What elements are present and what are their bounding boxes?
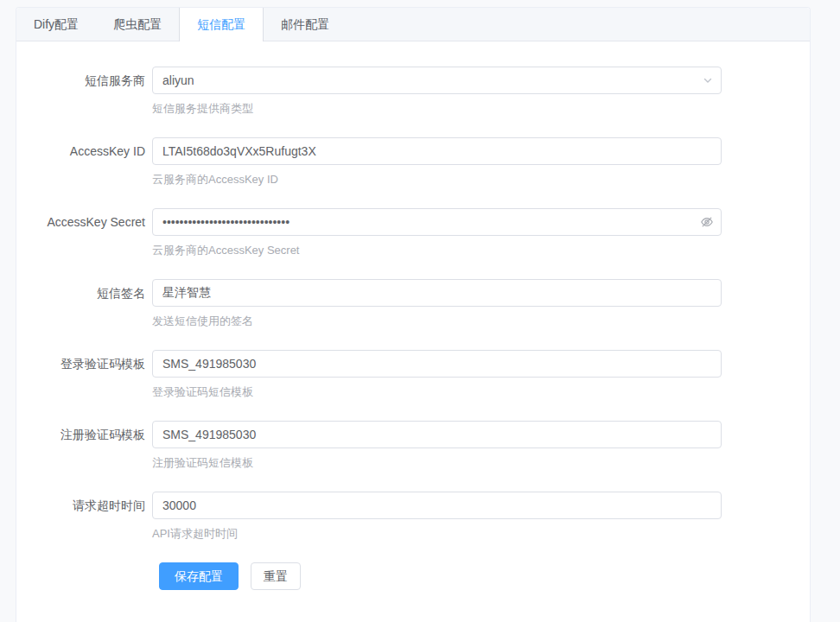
accesskey-secret-helper: 云服务商的AccessKey Secret <box>152 243 722 257</box>
sms-signature-wrap <box>152 279 722 307</box>
sms-settings-card: Dify配置 爬虫配置 短信配置 邮件配置 短信服务商 短信服务提供商类型 <box>16 7 811 622</box>
tab-sms-config[interactable]: 短信配置 <box>179 8 264 41</box>
field-sms-signature: 短信签名 发送短信使用的签名 <box>16 279 810 328</box>
chevron-down-icon[interactable] <box>702 74 714 86</box>
request-timeout-helper: API请求超时时间 <box>152 526 722 541</box>
sms-signature-label: 短信签名 <box>16 279 152 328</box>
field-accesskey-secret: AccessKey Secret 云服务商的AccessKey Secret <box>16 208 810 257</box>
field-request-timeout: 请求超时时间 API请求超时时间 <box>16 492 810 541</box>
register-code-template-wrap <box>152 421 722 448</box>
sms-config-form: 短信服务商 短信服务提供商类型 AccessKey ID <box>16 41 810 622</box>
sms-provider-label: 短信服务商 <box>16 67 152 116</box>
login-code-template-input[interactable] <box>152 350 722 378</box>
accesskey-id-helper: 云服务商的AccessKey ID <box>152 172 722 187</box>
field-login-code-template: 登录验证码模板 登录验证码短信模板 <box>16 350 810 399</box>
accesskey-id-input[interactable] <box>152 137 722 165</box>
form-actions: 保存配置 重置 <box>159 562 810 590</box>
sms-provider-input[interactable] <box>152 67 722 94</box>
field-register-code-template: 注册验证码模板 注册验证码短信模板 <box>16 421 810 470</box>
accesskey-secret-input[interactable] <box>152 208 722 236</box>
accesskey-id-label: AccessKey ID <box>16 137 152 187</box>
accesskey-id-wrap <box>152 137 722 165</box>
config-tabs: Dify配置 爬虫配置 短信配置 邮件配置 <box>16 8 810 41</box>
login-code-template-wrap <box>152 350 722 378</box>
sms-provider-helper: 短信服务提供商类型 <box>152 101 722 116</box>
request-timeout-label: 请求超时时间 <box>16 492 152 541</box>
register-code-template-label: 注册验证码模板 <box>16 421 152 470</box>
login-code-template-label: 登录验证码模板 <box>16 350 152 399</box>
tab-dify-config[interactable]: Dify配置 <box>16 8 96 41</box>
register-code-template-helper: 注册验证码短信模板 <box>152 455 722 470</box>
field-accesskey-id: AccessKey ID 云服务商的AccessKey ID <box>16 137 810 187</box>
sms-provider-select[interactable] <box>152 67 722 94</box>
eye-off-icon[interactable] <box>700 215 714 229</box>
tab-mail-config[interactable]: 邮件配置 <box>264 8 347 41</box>
request-timeout-input[interactable] <box>152 492 722 519</box>
reset-button[interactable]: 重置 <box>251 562 301 590</box>
accesskey-secret-wrap <box>152 208 722 236</box>
tab-crawler-config[interactable]: 爬虫配置 <box>96 8 179 41</box>
save-config-button[interactable]: 保存配置 <box>159 562 239 590</box>
accesskey-secret-label: AccessKey Secret <box>16 208 152 257</box>
register-code-template-input[interactable] <box>152 421 722 448</box>
sms-signature-helper: 发送短信使用的签名 <box>152 314 722 328</box>
sms-signature-input[interactable] <box>152 279 722 307</box>
request-timeout-wrap <box>152 492 722 519</box>
field-sms-provider: 短信服务商 短信服务提供商类型 <box>16 67 810 116</box>
login-code-template-helper: 登录验证码短信模板 <box>152 384 722 399</box>
